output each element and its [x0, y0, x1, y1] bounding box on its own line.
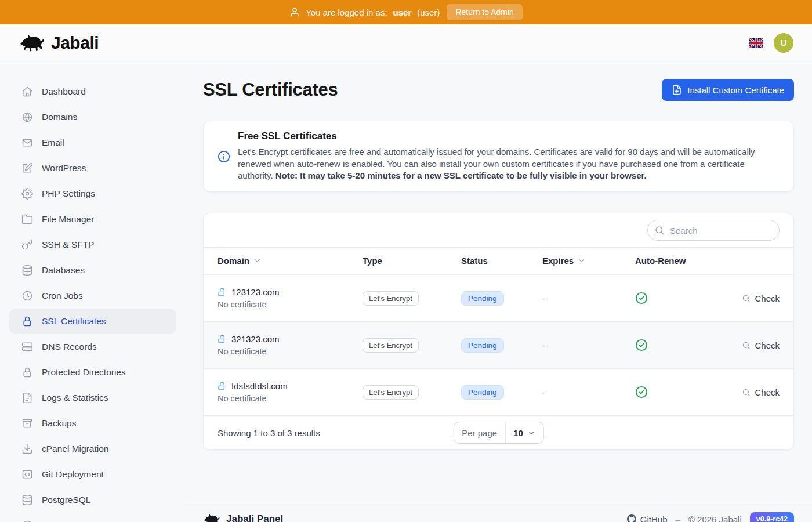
check-button[interactable]: Check [742, 387, 780, 397]
info-box-body: Let's Encrypt certificates are free and … [238, 146, 777, 182]
sidebar-item-label: SSL Certificates [42, 316, 106, 327]
user-icon [289, 7, 300, 17]
server-icon [21, 341, 33, 353]
column-header-domain[interactable]: Domain [217, 256, 362, 266]
copyright-text: © 2026 Jabali [688, 514, 742, 522]
install-button-label: Install Custom Certificate [687, 85, 784, 95]
install-custom-certificate-button[interactable]: Install Custom Certificate [662, 79, 794, 101]
sidebar-item-php-settings[interactable]: PHP Settings [9, 181, 176, 206]
auto-renew-enabled-icon [635, 292, 648, 304]
lock-icon [21, 367, 33, 378]
free-ssl-info-box: Free SSL Certificates Let's Encrypt cert… [203, 121, 794, 192]
sidebar-item-label: Backups [42, 418, 76, 429]
file-plus-icon [672, 85, 682, 95]
github-icon [627, 514, 636, 522]
search-input[interactable] [647, 220, 780, 241]
sidebar-item-backups[interactable]: Backups [9, 411, 176, 436]
sidebar-item-postgresql[interactable]: PostgreSQL [9, 487, 176, 513]
column-header-expires[interactable]: Expires [542, 256, 635, 266]
sidebar-item-wordpress[interactable]: WordPress [9, 155, 176, 181]
status-badge: Pending [461, 385, 504, 400]
edit-icon [21, 162, 33, 174]
sidebar-item-ssl-certificates[interactable]: SSL Certificates [9, 309, 176, 334]
sidebar-item-dashboard[interactable]: Dashboard [9, 79, 176, 104]
database-icon [21, 264, 33, 276]
chevron-down-icon [253, 256, 262, 265]
per-page-select[interactable]: 10 [505, 422, 543, 443]
column-header-auto-renew: Auto-Renew [635, 256, 710, 266]
logged-in-status: You are logged in as: user (user) [289, 7, 440, 17]
impersonation-bar: You are logged in as: user (user) Return… [0, 0, 812, 24]
check-button[interactable]: Check [742, 293, 780, 303]
sidebar-item-databases[interactable]: Databases [9, 258, 176, 283]
check-button[interactable]: Check [742, 340, 780, 350]
sidebar-item-label: Domains [42, 112, 77, 122]
sidebar-item-dns-records[interactable]: DNS Records [9, 334, 176, 360]
footer-brand-name: Jabali Panel [226, 513, 283, 522]
sidebar-item-cpanel-migration[interactable]: cPanel Migration [9, 436, 176, 462]
uk-flag-icon[interactable] [749, 38, 763, 48]
search-icon [742, 388, 751, 397]
code-icon [21, 469, 33, 480]
sidebar-item-label: PostgreSQL [42, 495, 90, 505]
sidebar-item-label: WordPress [42, 163, 86, 173]
sidebar-item-logs-statistics[interactable]: Logs & Statistics [9, 385, 176, 411]
file-text-icon [21, 392, 33, 404]
domain-name: 123123.com [231, 287, 280, 297]
sidebar-item-protected-directories[interactable]: Protected Directories [9, 360, 176, 385]
brand-logo[interactable]: Jabali [19, 33, 99, 53]
status-badge: Pending [461, 338, 504, 353]
brand-name: Jabali [51, 33, 99, 53]
info-box-title: Free SSL Certificates [238, 130, 777, 142]
expires-value: - [542, 387, 635, 397]
sidebar-item-cron-jobs[interactable]: Cron Jobs [9, 283, 176, 309]
github-link[interactable]: GitHub [627, 514, 668, 522]
sidebar-item-email[interactable]: Email [9, 130, 176, 155]
boar-logo-icon [19, 33, 45, 52]
sidebar-item-label: Cron Jobs [42, 291, 83, 301]
auto-renew-enabled-icon [635, 339, 648, 351]
sidebar-item-label: Databases [42, 265, 85, 276]
chevron-down-icon [577, 256, 586, 265]
footer-brand: Jabali Panel [203, 513, 283, 522]
search-icon [654, 225, 665, 235]
search-icon [742, 294, 751, 303]
globe-icon [21, 111, 33, 123]
auto-renew-enabled-icon [635, 386, 648, 398]
pagination-bar: Showing 1 to 3 of 3 results Per page 10 [204, 415, 793, 449]
sidebar-item-file-manager[interactable]: File Manager [9, 206, 176, 232]
sidebar-item-label: SSH & SFTP [42, 240, 94, 250]
folder-icon [21, 213, 33, 225]
sidebar-item-domains[interactable]: Domains [9, 104, 176, 130]
sidebar-item-label: Git Deployment [42, 469, 104, 480]
boar-logo-icon [203, 513, 220, 522]
certificate-status-subtitle: No certificate [217, 394, 362, 403]
lock-icon [21, 316, 33, 327]
unlock-icon [217, 382, 227, 391]
sidebar-item-label: cPanel Migration [42, 444, 108, 454]
page-title: SSL Certificates [203, 79, 338, 100]
sidebar-item-git-deployment[interactable]: Git Deployment [9, 462, 176, 487]
status-badge: Pending [461, 291, 504, 306]
download-icon [21, 443, 33, 455]
sidebar-nav: Dashboard Domains Email WordPress PHP Se… [0, 61, 186, 522]
table-row: fdsfsdfdsf.com No certificate Let's Encr… [204, 368, 793, 415]
per-page-control: Per page 10 [453, 422, 544, 444]
clock-icon [21, 290, 33, 302]
user-avatar[interactable]: U [774, 33, 793, 53]
version-badge: v0.9-rc42 [750, 512, 794, 522]
sidebar-item-label: DNS Records [42, 342, 97, 352]
key-icon [21, 239, 33, 251]
info-icon [217, 150, 230, 163]
type-badge: Let's Encrypt [362, 338, 419, 353]
results-summary: Showing 1 to 3 of 3 results [217, 428, 320, 438]
return-to-admin-button[interactable]: Return to Admin [447, 4, 522, 20]
home-icon [21, 86, 33, 97]
type-badge: Let's Encrypt [362, 291, 419, 306]
chevron-down-icon [527, 429, 536, 437]
column-header-type: Type [362, 256, 461, 266]
sidebar-item-ssh-sftp[interactable]: SSH & SFTP [9, 232, 176, 258]
sidebar-item-partial[interactable] [9, 513, 176, 522]
sidebar-item-label: Email [42, 137, 64, 148]
certificate-status-subtitle: No certificate [217, 300, 362, 309]
